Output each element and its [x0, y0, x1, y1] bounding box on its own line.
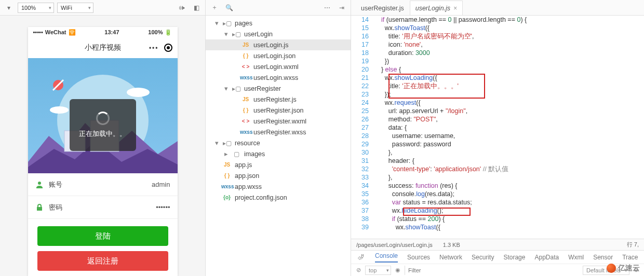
close-program-icon[interactable]	[164, 44, 172, 52]
code-line[interactable]: 30 },	[351, 148, 644, 157]
status-cursor: 行 7,	[627, 241, 639, 249]
dock-icon[interactable]: ◧	[191, 2, 202, 13]
code-line[interactable]: 27 data: {	[351, 123, 644, 132]
code-line[interactable]: 29 password: password	[351, 140, 644, 148]
code-line[interactable]: 20 } else {	[351, 65, 644, 74]
tree-item-app.wxss[interactable]: wxssapp.wxss	[206, 181, 351, 192]
tree-item-app.js[interactable]: JSapp.js	[206, 159, 351, 170]
tree-item-userRegister.js[interactable]: JSuserRegister.js	[206, 94, 351, 105]
code-line[interactable]: 18 duration: 3000	[351, 49, 644, 57]
tree-item-userRegister.wxml[interactable]: < >userRegister.wxml	[206, 116, 351, 127]
file-explorer: ＋ 🔍 ⋯ ⇥ ▾▸▢pages▾▸▢userLoginJSuserLogin.…	[206, 0, 351, 276]
watermark: 亿速云	[607, 264, 640, 273]
code-line[interactable]: 24 wx.request({	[351, 99, 644, 107]
context-select[interactable]: top	[365, 266, 391, 275]
devtools-tab-trace[interactable]: Trace	[622, 254, 638, 261]
search-icon[interactable]: 🔍	[223, 2, 235, 13]
code-line[interactable]: 39 wx.showToast({	[351, 223, 644, 231]
code-line[interactable]: 19 })	[351, 57, 644, 65]
code-editor[interactable]: 14 if (username.length == 0 || password.…	[351, 16, 644, 239]
devtools-tabs[interactable]: ⮰ ConsoleSourcesNetworkSecurityStorageAp…	[351, 251, 644, 264]
tree-item-userLogin.wxml[interactable]: < >userLogin.wxml	[206, 61, 351, 72]
tree-item-project.config.json[interactable]: {o}project.config.json	[206, 192, 351, 203]
tree-item-images[interactable]: ▸▢images	[206, 148, 351, 159]
chevron-down-icon[interactable]: ▾	[3, 2, 15, 13]
mute-icon[interactable]: 🕪	[176, 2, 187, 13]
clear-console-icon[interactable]: ⊘	[356, 267, 361, 273]
add-file-icon[interactable]: ＋	[209, 2, 220, 13]
devtools-tab-console[interactable]: Console	[375, 252, 398, 263]
devtools-panel: ⮰ ConsoleSourcesNetworkSecurityStorageAp…	[351, 250, 644, 276]
tab-userRegister.js[interactable]: userRegister.js	[355, 1, 410, 15]
code-line[interactable]: 17 icon: 'none',	[351, 40, 644, 49]
editor-tabs[interactable]: userRegister.jsuserLogin.js×	[351, 0, 644, 16]
tree-item-userLogin.wxss[interactable]: wxssuserLogin.wxss	[206, 72, 351, 83]
code-line[interactable]: 22 title: '正在加载中。。。'	[351, 82, 644, 90]
filter-input[interactable]	[405, 266, 579, 275]
eye-icon[interactable]: ◉	[395, 267, 400, 273]
tree-item-userRegister.wxss[interactable]: wxssuserRegister.wxss	[206, 127, 351, 137]
page-header: 小程序视频	[28, 37, 178, 58]
watermark-logo-icon	[607, 264, 616, 273]
clock: 13:47	[104, 29, 119, 35]
code-line[interactable]: 23 });	[351, 90, 644, 99]
code-line[interactable]: 28 username: username,	[351, 132, 644, 140]
code-line[interactable]: 26 method: "POST",	[351, 115, 644, 123]
code-line[interactable]: 15 wx.showToast({	[351, 24, 644, 32]
code-line[interactable]: 25 url: app.serverUrl + "/login",	[351, 107, 644, 115]
code-line[interactable]: 35 console.log(res.data);	[351, 190, 644, 198]
more-icon[interactable]: ⋯	[321, 2, 333, 13]
code-line[interactable]: 14 if (username.length == 0 || password.…	[351, 16, 644, 24]
devtools-tab-appdata[interactable]: AppData	[534, 254, 559, 261]
devtools-tab-sensor[interactable]: Sensor	[593, 254, 613, 261]
code-line[interactable]: 32 'content-type': 'application/json' //…	[351, 165, 644, 173]
user-icon	[35, 181, 44, 189]
code-line[interactable]: 38 if (status == 200) {	[351, 215, 644, 223]
tree-item-pages[interactable]: ▾▸▢pages	[206, 18, 351, 29]
phone-frame: ••••• WeChat 🛜 13:47 100% 🔋 小程序视频	[28, 27, 178, 276]
tree-item-userRegister[interactable]: ▾▸▢userRegister	[206, 83, 351, 94]
code-line[interactable]: 31 header: {	[351, 157, 644, 165]
devtools-tab-sources[interactable]: Sources	[407, 254, 430, 261]
tree-item-resource[interactable]: ▾▸▢resource	[206, 137, 351, 148]
tree-item-userLogin.json[interactable]: { }userLogin.json	[206, 50, 351, 61]
code-line[interactable]: 37 wx.hideLoading();	[351, 206, 644, 215]
code-line[interactable]: 36 var status = res.data.status;	[351, 198, 644, 206]
code-line[interactable]: 34 success: function (res) {	[351, 182, 644, 190]
network-select[interactable]: WiFi	[57, 3, 93, 13]
inspect-icon[interactable]: ⮰	[357, 254, 364, 261]
status-path: /pages/userLogin/userLogin.js	[356, 242, 433, 248]
password-row[interactable]: 密码 ••••••	[28, 196, 178, 219]
simulator-panel: ▾ 100% WiFi 🕪 ◧ ••••• WeChat 🛜 13:47 100…	[0, 0, 206, 276]
tab-userLogin.js[interactable]: userLogin.js×	[410, 1, 463, 15]
more-icon[interactable]	[149, 44, 159, 52]
svg-point-5	[50, 106, 69, 114]
file-tree[interactable]: ▾▸▢pages▾▸▢userLoginJSuserLogin.js{ }use…	[206, 16, 351, 276]
lock-icon	[35, 203, 44, 212]
code-line[interactable]: 33 },	[351, 173, 644, 182]
tree-item-userLogin[interactable]: ▾▸▢userLogin	[206, 29, 351, 39]
svg-point-4	[127, 88, 150, 97]
tree-item-userRegister.json[interactable]: { }userRegister.json	[206, 105, 351, 116]
register-button[interactable]: 返回注册	[37, 251, 168, 271]
tree-item-userLogin.js[interactable]: JSuserLogin.js	[206, 39, 351, 50]
devtools-tab-storage[interactable]: Storage	[503, 254, 525, 261]
phone-status-bar: ••••• WeChat 🛜 13:47 100% 🔋	[28, 27, 178, 37]
explorer-toolbar: ＋ 🔍 ⋯ ⇥	[206, 0, 351, 16]
zoom-select[interactable]: 100%	[18, 3, 54, 13]
editor-panel: userRegister.jsuserLogin.js× 14 if (user…	[351, 0, 644, 276]
collapse-icon[interactable]: ⇥	[336, 2, 347, 13]
code-line[interactable]: 21 wx.showLoading({	[351, 74, 644, 82]
devtools-tab-wxml[interactable]: Wxml	[568, 254, 584, 261]
devtools-tab-security[interactable]: Security	[472, 254, 494, 261]
page-title: 小程序视频	[85, 43, 121, 52]
spinner-icon	[96, 112, 110, 125]
tree-item-app.json[interactable]: { }app.json	[206, 170, 351, 181]
login-button[interactable]: 登陆	[37, 226, 168, 246]
close-tab-icon[interactable]: ×	[453, 5, 457, 12]
code-line[interactable]: 16 title: '用户名或密码不能为空',	[351, 32, 644, 40]
account-row[interactable]: 账号 admin	[28, 173, 178, 196]
hero-image: 正在加载中。。	[28, 58, 178, 173]
loading-toast: 正在加载中。。	[70, 99, 136, 151]
devtools-tab-network[interactable]: Network	[439, 254, 462, 261]
